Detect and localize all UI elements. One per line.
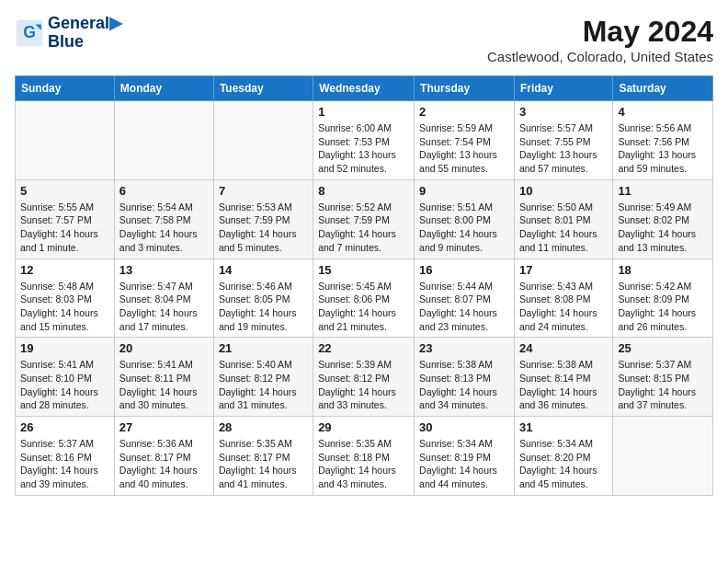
calendar-cell: 21Sunrise: 5:40 AM Sunset: 8:12 PM Dayli… [213, 338, 313, 417]
day-number: 7 [219, 184, 308, 198]
day-info: Sunrise: 6:00 AM Sunset: 7:53 PM Dayligh… [318, 121, 409, 176]
day-number: 30 [419, 420, 509, 434]
month-title: May 2024 [487, 15, 713, 49]
day-number: 22 [318, 341, 409, 355]
day-of-week-header: Tuesday [213, 76, 313, 101]
day-info: Sunrise: 5:37 AM Sunset: 8:15 PM Dayligh… [618, 358, 708, 412]
calendar-cell: 28Sunrise: 5:35 AM Sunset: 8:17 PM Dayli… [213, 417, 313, 496]
day-number: 10 [519, 184, 608, 198]
day-number: 11 [618, 184, 708, 198]
day-number: 1 [318, 105, 409, 119]
day-info: Sunrise: 5:45 AM Sunset: 8:06 PM Dayligh… [318, 280, 409, 334]
day-info: Sunrise: 5:53 AM Sunset: 7:59 PM Dayligh… [219, 201, 308, 255]
calendar-cell: 5Sunrise: 5:55 AM Sunset: 7:57 PM Daylig… [16, 179, 115, 259]
day-number: 19 [20, 341, 109, 355]
logo-icon: G [15, 18, 44, 48]
day-number: 8 [318, 184, 409, 198]
day-number: 31 [519, 420, 608, 434]
day-of-week-header: Monday [114, 76, 213, 101]
day-info: Sunrise: 5:49 AM Sunset: 8:02 PM Dayligh… [618, 201, 708, 255]
day-info: Sunrise: 5:43 AM Sunset: 8:08 PM Dayligh… [519, 280, 608, 334]
day-number: 9 [419, 184, 509, 198]
calendar-cell: 23Sunrise: 5:38 AM Sunset: 8:13 PM Dayli… [415, 338, 515, 417]
day-info: Sunrise: 5:51 AM Sunset: 8:00 PM Dayligh… [419, 201, 509, 255]
day-number: 14 [219, 263, 308, 277]
day-info: Sunrise: 5:57 AM Sunset: 7:55 PM Dayligh… [519, 121, 608, 176]
day-info: Sunrise: 5:36 AM Sunset: 8:17 PM Dayligh… [119, 437, 209, 491]
day-info: Sunrise: 5:47 AM Sunset: 8:04 PM Dayligh… [119, 280, 209, 334]
calendar-cell: 17Sunrise: 5:43 AM Sunset: 8:08 PM Dayli… [514, 259, 612, 338]
calendar-cell: 11Sunrise: 5:49 AM Sunset: 8:02 PM Dayli… [613, 179, 713, 259]
calendar-cell: 9Sunrise: 5:51 AM Sunset: 8:00 PM Daylig… [415, 179, 515, 259]
logo-text: General▶ Blue [48, 15, 122, 52]
calendar-cell: 8Sunrise: 5:52 AM Sunset: 7:59 PM Daylig… [313, 179, 415, 259]
day-info: Sunrise: 5:37 AM Sunset: 8:16 PM Dayligh… [20, 437, 109, 491]
day-number: 13 [119, 263, 209, 277]
day-number: 23 [419, 341, 509, 355]
day-info: Sunrise: 5:56 AM Sunset: 7:56 PM Dayligh… [618, 121, 708, 176]
day-number: 20 [119, 341, 209, 355]
day-info: Sunrise: 5:42 AM Sunset: 8:09 PM Dayligh… [618, 280, 708, 334]
day-number: 25 [618, 341, 708, 355]
calendar-table: SundayMondayTuesdayWednesdayThursdayFrid… [15, 75, 713, 496]
calendar-cell: 1Sunrise: 6:00 AM Sunset: 7:53 PM Daylig… [313, 101, 415, 180]
day-info: Sunrise: 5:59 AM Sunset: 7:54 PM Dayligh… [419, 121, 509, 176]
calendar-cell [613, 417, 713, 496]
calendar-week-row: 26Sunrise: 5:37 AM Sunset: 8:16 PM Dayli… [16, 417, 713, 496]
day-info: Sunrise: 5:39 AM Sunset: 8:12 PM Dayligh… [318, 358, 409, 412]
day-number: 4 [618, 105, 708, 119]
calendar-cell: 18Sunrise: 5:42 AM Sunset: 8:09 PM Dayli… [613, 259, 713, 338]
day-number: 12 [20, 263, 109, 277]
day-info: Sunrise: 5:46 AM Sunset: 8:05 PM Dayligh… [219, 280, 308, 334]
day-number: 3 [519, 105, 608, 119]
day-number: 21 [219, 341, 308, 355]
day-number: 15 [318, 263, 409, 277]
day-info: Sunrise: 5:40 AM Sunset: 8:12 PM Dayligh… [219, 358, 308, 412]
calendar-cell: 13Sunrise: 5:47 AM Sunset: 8:04 PM Dayli… [114, 259, 213, 338]
day-info: Sunrise: 5:35 AM Sunset: 8:18 PM Dayligh… [318, 437, 409, 491]
calendar-cell: 2Sunrise: 5:59 AM Sunset: 7:54 PM Daylig… [415, 101, 515, 180]
calendar-week-row: 5Sunrise: 5:55 AM Sunset: 7:57 PM Daylig… [16, 179, 713, 259]
calendar-cell: 4Sunrise: 5:56 AM Sunset: 7:56 PM Daylig… [613, 101, 713, 180]
day-info: Sunrise: 5:55 AM Sunset: 7:57 PM Dayligh… [20, 201, 109, 255]
calendar-cell [213, 101, 313, 180]
calendar-cell: 10Sunrise: 5:50 AM Sunset: 8:01 PM Dayli… [514, 179, 612, 259]
calendar-week-row: 19Sunrise: 5:41 AM Sunset: 8:10 PM Dayli… [16, 338, 713, 417]
day-info: Sunrise: 5:52 AM Sunset: 7:59 PM Dayligh… [318, 201, 409, 255]
logo: G General▶ Blue [15, 15, 122, 52]
calendar-cell: 30Sunrise: 5:34 AM Sunset: 8:19 PM Dayli… [415, 417, 515, 496]
day-of-week-header: Wednesday [313, 76, 415, 101]
page-header: G General▶ Blue May 2024 Castlewood, Col… [15, 15, 713, 64]
day-number: 17 [519, 263, 608, 277]
location-title: Castlewood, Colorado, United States [487, 49, 713, 64]
day-info: Sunrise: 5:44 AM Sunset: 8:07 PM Dayligh… [419, 280, 509, 334]
day-number: 18 [618, 263, 708, 277]
day-info: Sunrise: 5:41 AM Sunset: 8:10 PM Dayligh… [20, 358, 109, 412]
calendar-cell: 27Sunrise: 5:36 AM Sunset: 8:17 PM Dayli… [114, 417, 213, 496]
calendar-cell: 31Sunrise: 5:34 AM Sunset: 8:20 PM Dayli… [514, 417, 612, 496]
day-info: Sunrise: 5:54 AM Sunset: 7:58 PM Dayligh… [119, 201, 209, 255]
calendar-cell: 15Sunrise: 5:45 AM Sunset: 8:06 PM Dayli… [313, 259, 415, 338]
calendar-cell: 3Sunrise: 5:57 AM Sunset: 7:55 PM Daylig… [514, 101, 612, 180]
calendar-cell [114, 101, 213, 180]
day-number: 26 [20, 420, 109, 434]
calendar-cell: 16Sunrise: 5:44 AM Sunset: 8:07 PM Dayli… [415, 259, 515, 338]
day-info: Sunrise: 5:48 AM Sunset: 8:03 PM Dayligh… [20, 280, 109, 334]
svg-text:G: G [23, 23, 36, 41]
day-info: Sunrise: 5:41 AM Sunset: 8:11 PM Dayligh… [119, 358, 209, 412]
calendar-cell: 29Sunrise: 5:35 AM Sunset: 8:18 PM Dayli… [313, 417, 415, 496]
calendar-week-row: 12Sunrise: 5:48 AM Sunset: 8:03 PM Dayli… [16, 259, 713, 338]
day-number: 29 [318, 420, 409, 434]
calendar-cell: 19Sunrise: 5:41 AM Sunset: 8:10 PM Dayli… [16, 338, 115, 417]
calendar-cell: 22Sunrise: 5:39 AM Sunset: 8:12 PM Dayli… [313, 338, 415, 417]
day-number: 24 [519, 341, 608, 355]
day-number: 16 [419, 263, 509, 277]
day-of-week-header: Saturday [613, 76, 713, 101]
calendar-cell [16, 101, 115, 180]
day-number: 5 [20, 184, 109, 198]
day-info: Sunrise: 5:35 AM Sunset: 8:17 PM Dayligh… [219, 437, 308, 491]
calendar-cell: 26Sunrise: 5:37 AM Sunset: 8:16 PM Dayli… [16, 417, 115, 496]
calendar-cell: 20Sunrise: 5:41 AM Sunset: 8:11 PM Dayli… [114, 338, 213, 417]
day-info: Sunrise: 5:50 AM Sunset: 8:01 PM Dayligh… [519, 201, 608, 255]
day-number: 6 [119, 184, 209, 198]
